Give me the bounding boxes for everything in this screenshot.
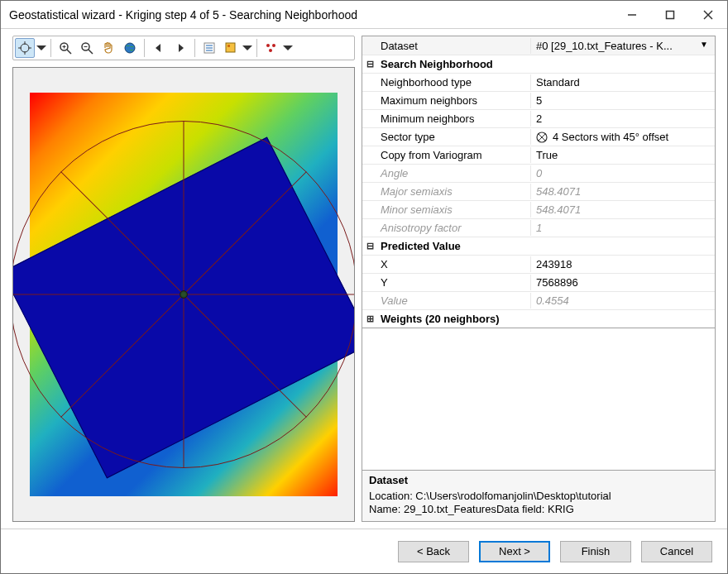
copy-from-variogram-value[interactable]: True [530,147,715,163]
wizard-window: Geostatistical wizard - Kriging step 4 o… [0,0,728,574]
crosshair-tool[interactable] [15,38,35,58]
major-semiaxis-value: 548.4071 [530,184,715,199]
svg-line-15 [89,50,93,54]
svg-line-11 [67,50,71,54]
anisotropy-value: 1 [530,220,715,236]
section-weights[interactable]: ⊞ Weights (20 neighbors) [362,309,715,328]
dataset-row[interactable]: Dataset #0 [29_10.txt_Features - K...▼ [362,36,715,55]
points-icon [265,41,278,55]
globe-icon [123,41,136,55]
close-button[interactable] [689,1,727,28]
row-min-neighbors[interactable]: Minimum neighbors 2 [362,109,715,127]
minimize-button[interactable] [613,1,651,28]
svg-rect-25 [228,45,230,47]
row-copy-from-variogram[interactable]: Copy from Variogram True [362,146,715,164]
neighborhood-type-value[interactable]: Standard [530,74,715,90]
toolbar-sep [144,39,145,57]
value-value: 0.4554 [530,293,715,309]
toolbar-sep [256,39,257,57]
preview-map[interactable] [12,67,355,522]
minor-semiaxis-value: 548.4071 [530,202,715,218]
chevron-down-icon [36,43,46,53]
svg-marker-30 [283,45,293,50]
arrow-left-icon [152,41,165,55]
maximize-icon [665,10,675,20]
points-dropdown[interactable] [283,38,293,58]
cancel-button[interactable]: Cancel [641,541,712,562]
svg-point-4 [21,44,29,52]
hand-icon [102,41,115,55]
layer-picker-tool[interactable] [221,38,241,58]
arrow-right-icon [174,41,187,55]
svg-marker-9 [36,45,46,50]
right-panel: Dataset #0 [29_10.txt_Features - K...▼ ⊟… [362,29,727,529]
chevron-down-icon [283,43,293,53]
zoom-in-icon [59,41,72,55]
row-max-neighbors[interactable]: Maximum neighbors 5 [362,91,715,109]
collapse-icon[interactable]: ⊟ [362,241,377,251]
points-tool[interactable] [261,38,281,58]
row-x[interactable]: X 243918 [362,255,715,273]
next-extent-tool[interactable] [170,38,190,58]
back-button[interactable]: < Back [398,541,469,562]
svg-rect-1 [667,11,674,18]
section-predicted-value[interactable]: ⊟ Predicted Value [362,237,715,255]
center-marker [180,290,188,299]
preview-map-inner [13,68,354,521]
prev-extent-tool[interactable] [149,38,169,58]
full-extent-tool[interactable] [120,38,140,58]
help-heading: Dataset [369,474,708,487]
x-value[interactable]: 243918 [530,256,715,272]
crosshair-icon [18,41,31,55]
layer-picker-dropdown[interactable] [242,38,252,58]
help-line-2: Name: 29_10.txt_FeaturesData field: KRIG [369,503,708,516]
toolbar-sep [194,39,195,57]
section-search-neighborhood[interactable]: ⊟ Search Neighborhood [362,55,715,73]
maximize-button[interactable] [651,1,689,28]
minimize-icon [627,10,637,20]
y-value[interactable]: 7568896 [530,275,715,290]
svg-marker-26 [242,45,252,50]
window-title: Geostatistical wizard - Kriging step 4 o… [9,8,613,22]
row-anisotropy: Anisotropy factor 1 [362,218,715,237]
svg-point-29 [269,49,272,52]
row-value: Value 0.4554 [362,291,715,309]
left-panel [1,29,362,529]
expand-icon[interactable]: ⊞ [362,313,377,324]
finish-button[interactable]: Finish [560,541,631,562]
zoom-in-tool[interactable] [55,38,75,58]
list-icon [203,41,216,55]
svg-rect-24 [226,43,235,52]
wizard-footer: < Back Next > Finish Cancel [1,529,727,573]
row-neighborhood-type[interactable]: Neighborhood type Standard [362,73,715,91]
crosshair-dropdown[interactable] [36,38,46,58]
max-neighbors-value[interactable]: 5 [530,93,715,108]
pan-tool[interactable] [98,38,118,58]
layer-icon [224,41,237,55]
dataset-value[interactable]: #0 [29_10.txt_Features - K...▼ [530,38,715,54]
help-panel: Dataset Location: C:\Users\rodolfomanjol… [362,470,716,522]
sector-type-value[interactable]: 4 Sectors with 45° offset [530,129,715,145]
zoom-out-tool[interactable] [77,38,97,58]
row-angle: Angle 0 [362,164,715,182]
svg-point-27 [266,44,270,47]
chevron-down-icon: ▼ [700,40,708,49]
dataset-label: Dataset [377,38,530,54]
row-minor-semiaxis: Minor semiaxis 548.4071 [362,200,715,218]
svg-marker-19 [179,44,184,52]
toolbar-sep [50,39,51,57]
titlebar: Geostatistical wizard - Kriging step 4 o… [1,1,727,29]
help-line-1: Location: C:\Users\rodolfomanjolin\Deskt… [369,490,708,503]
chevron-down-icon [242,43,252,53]
min-neighbors-value[interactable]: 2 [530,111,715,127]
row-major-semiaxis: Major semiaxis 548.4071 [362,182,715,200]
next-button[interactable]: Next > [479,541,550,562]
collapse-icon[interactable]: ⊟ [362,59,377,69]
list-tool[interactable] [199,38,219,58]
close-icon [703,10,713,20]
svg-marker-18 [156,44,160,52]
row-sector-type[interactable]: Sector type 4 Sectors with 45° offset [362,127,715,146]
svg-point-17 [125,43,135,53]
row-y[interactable]: Y 7568896 [362,273,715,291]
zoom-out-icon [80,41,93,55]
